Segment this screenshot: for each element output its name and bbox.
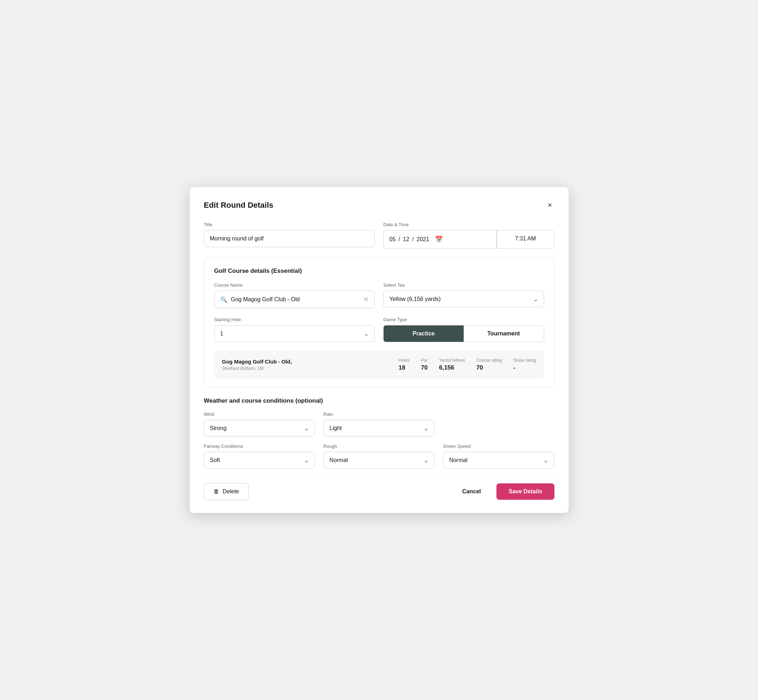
rough-group: Rough Short Normal Long ⌄	[324, 444, 434, 469]
time-display[interactable]: 7:31 AM	[497, 230, 554, 248]
wind-rain-row: Wind Calm Light Moderate Strong Very Str…	[204, 411, 554, 436]
datetime-group: Date & Time 05 / 12 / 2021 📅 7:31 AM	[383, 222, 554, 248]
rough-select-wrapper: Short Normal Long ⌄	[324, 452, 434, 469]
trash-icon: 🗑	[213, 488, 219, 495]
delete-label: Delete	[223, 488, 239, 495]
select-tee-dropdown[interactable]: Yellow (6,156 yards)	[383, 291, 544, 307]
calendar-icon[interactable]: 📅	[435, 236, 443, 243]
close-button[interactable]: ×	[545, 200, 554, 211]
holes-label: Holes	[399, 358, 410, 363]
slope-rating-label: Slope rating	[513, 358, 536, 363]
date-sep1: /	[399, 236, 400, 242]
course-rating-value: 70	[476, 364, 483, 371]
practice-button[interactable]: Practice	[384, 325, 464, 342]
course-name-label: Course Name	[214, 283, 375, 288]
select-tee-label: Select Tee	[383, 283, 544, 288]
par-label: Par	[421, 358, 428, 363]
save-button[interactable]: Save Details	[496, 483, 554, 500]
date-year: 2021	[417, 236, 429, 242]
slope-rating-value: -	[513, 364, 515, 371]
date-sep2: /	[412, 236, 413, 242]
datetime-input-row: 05 / 12 / 2021 📅 7:31 AM	[383, 230, 554, 248]
slope-rating-stat: Slope rating -	[513, 358, 536, 371]
title-group: Title	[204, 222, 375, 248]
rough-dropdown[interactable]: Short Normal Long	[324, 452, 434, 469]
game-type-label: Game Type	[383, 317, 544, 322]
rough-label: Rough	[324, 444, 434, 449]
date-month: 05	[389, 236, 396, 242]
green-speed-group: Green Speed Slow Normal Fast Very Fast ⌄	[443, 444, 554, 469]
fairway-dropdown[interactable]: Soft Normal Hard	[204, 452, 315, 469]
tournament-button[interactable]: Tournament	[464, 325, 544, 342]
course-tee-row: Course Name 🔍 ✕ Select Tee Yellow (6,156…	[214, 283, 544, 308]
course-search-wrapper: 🔍 ✕	[214, 291, 375, 308]
starting-hole-wrapper: 1 ⌄	[214, 325, 375, 342]
title-input[interactable]	[204, 230, 375, 247]
date-day: 12	[403, 236, 409, 242]
yards-label: Yards(Yellow)	[439, 358, 465, 363]
weather-section-title: Weather and course conditions (optional)	[204, 397, 554, 405]
game-type-toggle: Practice Tournament	[383, 325, 544, 342]
hole-gametype-row: Starting Hole 1 ⌄ Game Type Practice Tou…	[214, 317, 544, 342]
course-info-box: Gog Magog Golf Club - Old, Shelford Bott…	[214, 351, 544, 378]
course-stats: Holes 18 Par 70 Yards(Yellow) 6,156 Cour…	[399, 358, 536, 371]
search-icon: 🔍	[220, 296, 227, 303]
wind-label: Wind	[204, 411, 315, 417]
fairway-select-wrapper: Soft Normal Hard ⌄	[204, 452, 315, 469]
edit-round-modal: Edit Round Details × Title Date & Time 0…	[190, 187, 568, 513]
fairway-group: Fairway Conditions Soft Normal Hard ⌄	[204, 444, 315, 469]
weather-section: Weather and course conditions (optional)…	[204, 397, 554, 469]
modal-title: Edit Round Details	[204, 201, 274, 210]
green-speed-dropdown[interactable]: Slow Normal Fast Very Fast	[443, 452, 554, 469]
starting-hole-label: Starting Hole	[214, 317, 375, 322]
rain-dropdown[interactable]: None Light Moderate Heavy	[324, 420, 434, 436]
par-value: 70	[421, 364, 428, 371]
course-rating-label: Course rating	[476, 358, 502, 363]
course-name-group: Course Name 🔍 ✕	[214, 283, 375, 308]
course-location: Shelford Bottom, UK	[222, 366, 399, 371]
golf-course-section: Golf Course details (Essential) Course N…	[204, 257, 554, 388]
wind-dropdown[interactable]: Calm Light Moderate Strong Very Strong	[204, 420, 315, 436]
starting-hole-dropdown[interactable]: 1	[214, 325, 375, 342]
footer-right: Cancel Save Details	[455, 483, 554, 500]
wind-group: Wind Calm Light Moderate Strong Very Str…	[204, 411, 315, 436]
rain-group: Rain None Light Moderate Heavy ⌄	[324, 411, 434, 436]
game-type-group: Game Type Practice Tournament	[383, 317, 544, 342]
rain-label: Rain	[324, 411, 434, 417]
course-rating-stat: Course rating 70	[476, 358, 502, 371]
green-speed-label: Green Speed	[443, 444, 554, 449]
fairway-label: Fairway Conditions	[204, 444, 315, 449]
starting-hole-group: Starting Hole 1 ⌄	[214, 317, 375, 342]
footer-row: 🗑 Delete Cancel Save Details	[204, 475, 554, 500]
clear-course-icon[interactable]: ✕	[363, 295, 369, 303]
title-label: Title	[204, 222, 375, 227]
course-info-name-block: Gog Magog Golf Club - Old, Shelford Bott…	[222, 359, 399, 371]
golf-section-title: Golf Course details (Essential)	[214, 267, 544, 275]
delete-button[interactable]: 🗑 Delete	[204, 483, 249, 500]
rain-select-wrapper: None Light Moderate Heavy ⌄	[324, 420, 434, 436]
green-speed-select-wrapper: Slow Normal Fast Very Fast ⌄	[443, 452, 554, 469]
wind-select-wrapper: Calm Light Moderate Strong Very Strong ⌄	[204, 420, 315, 436]
cancel-button[interactable]: Cancel	[455, 483, 488, 500]
fairway-rough-green-row: Fairway Conditions Soft Normal Hard ⌄ Ro…	[204, 444, 554, 469]
modal-header: Edit Round Details ×	[204, 200, 554, 211]
yards-value: 6,156	[439, 364, 454, 371]
yards-stat: Yards(Yellow) 6,156	[439, 358, 465, 371]
course-name-main: Gog Magog Golf Club - Old,	[222, 359, 399, 364]
holes-value: 18	[399, 364, 405, 371]
select-tee-group: Select Tee Yellow (6,156 yards) ⌄	[383, 283, 544, 308]
date-display[interactable]: 05 / 12 / 2021 📅	[384, 230, 496, 248]
par-stat: Par 70	[421, 358, 428, 371]
title-date-row: Title Date & Time 05 / 12 / 2021 📅 7:31 …	[204, 222, 554, 248]
datetime-label: Date & Time	[383, 222, 554, 227]
course-name-input[interactable]	[231, 296, 360, 303]
holes-stat: Holes 18	[399, 358, 410, 371]
select-tee-wrapper: Yellow (6,156 yards) ⌄	[383, 291, 544, 307]
